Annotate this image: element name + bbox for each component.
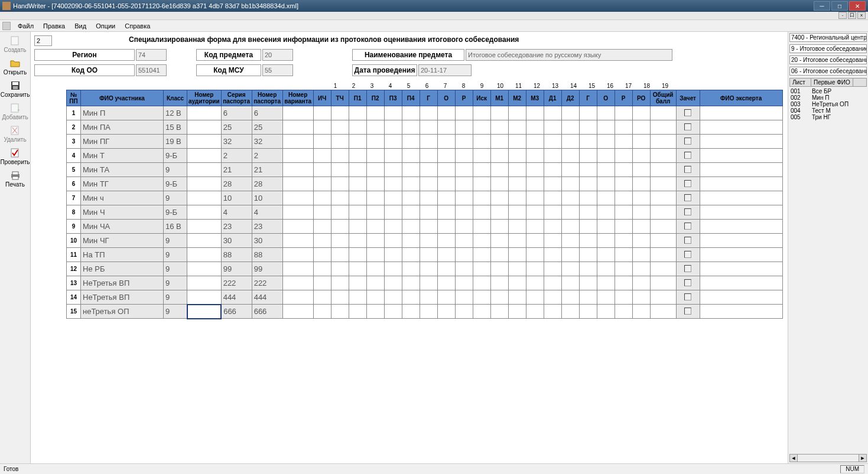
cell-total[interactable] <box>650 290 676 305</box>
cell-score[interactable] <box>579 276 597 290</box>
right-scrollbar[interactable]: ◄ ► <box>789 454 867 462</box>
cell-klass[interactable] <box>164 248 187 262</box>
cell-score[interactable] <box>508 149 526 163</box>
mdi-close[interactable]: x <box>857 12 866 19</box>
cell-score[interactable] <box>597 234 615 248</box>
menu-file[interactable]: Файл <box>13 21 38 31</box>
cell-score[interactable] <box>597 106 615 120</box>
cell-score[interactable] <box>437 276 455 290</box>
cell-aud[interactable] <box>187 290 222 305</box>
cell-total[interactable] <box>650 149 676 163</box>
cell-expert[interactable] <box>700 262 782 276</box>
menu-view[interactable]: Вид <box>70 21 91 31</box>
cell-score[interactable] <box>632 106 650 120</box>
cell-score[interactable] <box>402 106 420 120</box>
cell-score[interactable] <box>366 149 384 163</box>
cell-var[interactable] <box>282 248 313 262</box>
cell-score[interactable] <box>455 106 473 120</box>
cell-score[interactable] <box>490 106 508 120</box>
checkbox-icon[interactable] <box>684 279 691 286</box>
cell-score[interactable] <box>349 163 366 177</box>
cell-score[interactable] <box>615 290 632 305</box>
cell-num[interactable] <box>252 220 282 234</box>
cell-score[interactable] <box>366 191 384 205</box>
cell-score[interactable] <box>420 290 437 305</box>
cell-ser[interactable] <box>221 135 252 149</box>
cell-score[interactable] <box>349 191 366 205</box>
cell-score[interactable] <box>579 234 597 248</box>
cell-score[interactable] <box>455 163 473 177</box>
checkbox-icon[interactable] <box>684 237 691 244</box>
cell-score[interactable] <box>615 220 632 234</box>
cell-num[interactable] <box>252 248 282 262</box>
cell-klass[interactable] <box>164 191 187 205</box>
cell-aud[interactable] <box>187 135 222 149</box>
cell-score[interactable] <box>544 163 561 177</box>
cell-fio[interactable] <box>81 106 164 120</box>
cell-score[interactable] <box>402 220 420 234</box>
cell-score[interactable] <box>561 106 579 120</box>
cell-score[interactable] <box>349 220 366 234</box>
cell-num[interactable] <box>252 120 282 135</box>
scroll-track[interactable] <box>798 454 859 462</box>
menu-options[interactable]: Опции <box>91 21 120 31</box>
cell-klass[interactable] <box>164 205 187 220</box>
cell-aud[interactable] <box>187 177 222 191</box>
cell-score[interactable] <box>615 205 632 220</box>
cell-score[interactable] <box>632 149 650 163</box>
cell-score[interactable] <box>508 106 526 120</box>
checkbox-icon[interactable] <box>684 109 691 116</box>
cell-score[interactable] <box>544 262 561 276</box>
cell-score[interactable] <box>544 120 561 135</box>
cell-fio[interactable] <box>81 163 164 177</box>
checkbox-icon[interactable] <box>684 138 691 145</box>
cell-score[interactable] <box>313 120 331 135</box>
cell-score[interactable] <box>597 248 615 262</box>
cell-expert[interactable] <box>700 276 782 290</box>
cell-score[interactable] <box>597 149 615 163</box>
cell-score[interactable] <box>331 290 349 305</box>
checkbox-icon[interactable] <box>684 194 691 201</box>
cell-score[interactable] <box>508 234 526 248</box>
cell-var[interactable] <box>282 205 313 220</box>
cell-score[interactable] <box>615 262 632 276</box>
cell-score[interactable] <box>384 248 402 262</box>
cell-score[interactable] <box>615 106 632 120</box>
right-box-3[interactable]: 20 - Итоговое собеседование по <box>789 55 867 64</box>
cell-score[interactable] <box>366 290 384 305</box>
cell-klass[interactable] <box>164 163 187 177</box>
save-button[interactable]: Сохранить <box>2 78 29 100</box>
cell-score[interactable] <box>331 120 349 135</box>
cell-klass[interactable] <box>164 276 187 290</box>
cell-score[interactable] <box>579 149 597 163</box>
cell-score[interactable] <box>331 305 349 319</box>
cell-score[interactable] <box>455 290 473 305</box>
cell-expert[interactable] <box>700 305 782 319</box>
cell-klass[interactable] <box>164 177 187 191</box>
cell-fio[interactable] <box>81 120 164 135</box>
cell-score[interactable] <box>473 262 490 276</box>
minimize-button[interactable]: ─ <box>814 1 830 11</box>
cell-score[interactable] <box>437 220 455 234</box>
cell-score[interactable] <box>420 205 437 220</box>
cell-var[interactable] <box>282 106 313 120</box>
list-item[interactable]: 001Все БР <box>789 88 867 94</box>
cell-score[interactable] <box>597 220 615 234</box>
cell-score[interactable] <box>615 120 632 135</box>
cell-score[interactable] <box>508 163 526 177</box>
cell-score[interactable] <box>384 191 402 205</box>
cell-score[interactable] <box>579 262 597 276</box>
cell-score[interactable] <box>402 234 420 248</box>
cell-score[interactable] <box>632 135 650 149</box>
cell-score[interactable] <box>313 205 331 220</box>
cell-score[interactable] <box>331 248 349 262</box>
cell-score[interactable] <box>349 177 366 191</box>
cell-score[interactable] <box>526 135 544 149</box>
cell-var[interactable] <box>282 163 313 177</box>
cell-score[interactable] <box>544 276 561 290</box>
cell-score[interactable] <box>615 149 632 163</box>
cell-score[interactable] <box>437 135 455 149</box>
menu-edit[interactable]: Правка <box>38 21 70 31</box>
cell-score[interactable] <box>490 120 508 135</box>
cell-zach[interactable] <box>676 305 700 319</box>
